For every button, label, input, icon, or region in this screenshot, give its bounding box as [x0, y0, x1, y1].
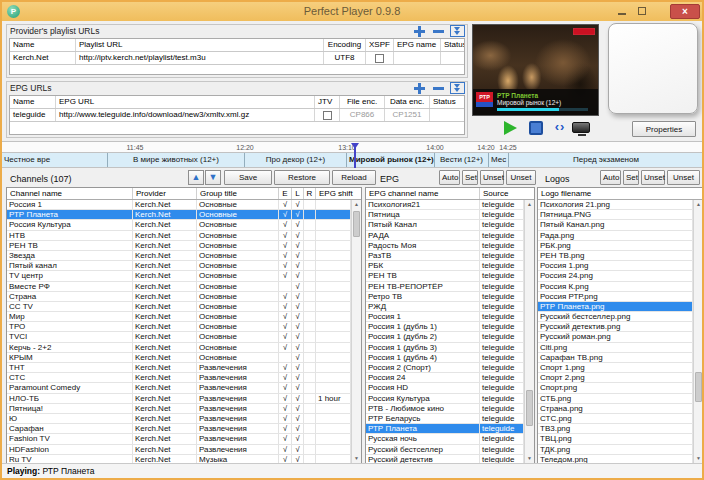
- properties-button[interactable]: Properties: [632, 121, 696, 137]
- channel-row[interactable]: TVCIKerch.NetОсновные√√: [7, 332, 351, 342]
- epg-auto-button[interactable]: Auto: [439, 170, 460, 185]
- logo-row[interactable]: Пятница.PNG: [538, 210, 693, 220]
- save-settings-button[interactable]: Save settings: [224, 170, 272, 185]
- channel-row[interactable]: СарафанKerch.NetРазвлечения√√: [7, 424, 351, 434]
- logo-row[interactable]: Русский детектив.png: [538, 322, 693, 332]
- scroll-up-icon[interactable]: ▲: [352, 200, 361, 209]
- channel-row[interactable]: Fashion TVKerch.NetРазвлечения√√: [7, 434, 351, 444]
- logos-set-button[interactable]: Set: [623, 170, 639, 185]
- remove-epg-url-icon[interactable]: [431, 82, 446, 94]
- move-channel-up-button[interactable]: ▲: [188, 170, 204, 185]
- channel-row[interactable]: TV центрKerch.NetОсновные√√: [7, 271, 351, 281]
- logo-row[interactable]: РБК.png: [538, 241, 693, 251]
- epg-channel-row[interactable]: Россия Культураteleguide: [366, 394, 524, 404]
- maximize-button[interactable]: [633, 5, 650, 18]
- epg-unset-button[interactable]: Unset: [480, 170, 504, 185]
- channel-row[interactable]: Пятница!Kerch.NetРазвлечения√√: [7, 404, 351, 414]
- remove-playlist-icon[interactable]: [431, 25, 446, 37]
- logo-row[interactable]: ТДК.png: [538, 445, 693, 455]
- logo-row[interactable]: Рада.png: [538, 231, 693, 241]
- epg-channel-row[interactable]: Психология21teleguide: [366, 200, 524, 210]
- epg-channel-row[interactable]: РТР Беларусьteleguide: [366, 414, 524, 424]
- timeline-marker[interactable]: [354, 144, 356, 168]
- channel-row[interactable]: Россия 1Kerch.NetОсновные√√: [7, 200, 351, 210]
- scroll-up-icon[interactable]: ▲: [694, 200, 703, 209]
- fullscreen-button[interactable]: [572, 122, 590, 133]
- channel-row[interactable]: СТСKerch.NetРазвлечения√√: [7, 373, 351, 383]
- scroll-down-icon[interactable]: ▼: [694, 454, 703, 463]
- logo-row[interactable]: РТР Планета.png: [538, 302, 693, 312]
- channel-row[interactable]: ЗвездаKerch.NetОсновные√√: [7, 251, 351, 261]
- logo-row[interactable]: Русский роман.png: [538, 332, 693, 342]
- epg-channel-row[interactable]: Ретро ТВteleguide: [366, 292, 524, 302]
- epg-channel-row[interactable]: РАДАteleguide: [366, 231, 524, 241]
- scrollbar-thumb[interactable]: [353, 211, 360, 237]
- epg-channel-row[interactable]: РТР Планетаteleguide: [366, 424, 524, 434]
- epg-channel-row[interactable]: РТВ - Любимое киноteleguide: [366, 404, 524, 414]
- logo-row[interactable]: Пятый Канал.png: [538, 220, 693, 230]
- logo-row[interactable]: Сарафан ТВ.png: [538, 353, 693, 363]
- logo-row[interactable]: Спорт.png: [538, 383, 693, 393]
- logos-scrollbar[interactable]: ▲ ▼: [693, 200, 703, 463]
- channel-row[interactable]: НТВKerch.NetОсновные√√: [7, 231, 351, 241]
- apply-epg-url-icon[interactable]: [450, 82, 465, 94]
- scrollbar-thumb[interactable]: [695, 372, 702, 402]
- xspf-checkbox[interactable]: [375, 54, 384, 63]
- logo-row[interactable]: Спорт 2.png: [538, 373, 693, 383]
- epg-channel-row[interactable]: Русский детективteleguide: [366, 455, 524, 463]
- scrollbar-thumb[interactable]: [526, 390, 533, 426]
- logo-row[interactable]: СТС.png: [538, 414, 693, 424]
- logo-row[interactable]: Русский бестселлер.png: [538, 312, 693, 322]
- epg-channel-row[interactable]: Радость Мояteleguide: [366, 241, 524, 251]
- epg-unset-all-button[interactable]: Unset all: [506, 170, 536, 185]
- logo-row[interactable]: СТБ.png: [538, 394, 693, 404]
- channels-scrollbar[interactable]: ▲ ▼: [351, 200, 361, 463]
- scroll-down-icon[interactable]: ▼: [525, 454, 534, 463]
- epg-channel-row[interactable]: Россия 1teleguide: [366, 312, 524, 322]
- channel-row[interactable]: РТР ПланетаKerch.NetОсновные√√: [7, 210, 351, 220]
- aspect-ratio-button[interactable]: ‹›: [551, 119, 569, 135]
- logo-row[interactable]: Спорт 1.png: [538, 363, 693, 373]
- epg-channel-row[interactable]: РЖДteleguide: [366, 302, 524, 312]
- epg-channel-row[interactable]: Россия 1 (дубль 4)teleguide: [366, 353, 524, 363]
- play-button[interactable]: [504, 121, 517, 135]
- epg-channel-row[interactable]: Россия HDteleguide: [366, 383, 524, 393]
- logo-row[interactable]: Россия 1.png: [538, 261, 693, 271]
- epg-channel-row[interactable]: Россия 1 (дубль 1)teleguide: [366, 322, 524, 332]
- channel-row[interactable]: Вместе РФKerch.NetОсновные√: [7, 282, 351, 292]
- channel-row[interactable]: ТНТKerch.NetРазвлечения√√: [7, 363, 351, 373]
- channel-row[interactable]: Пятый каналKerch.NetОсновные√√: [7, 261, 351, 271]
- move-channel-down-button[interactable]: ▼: [205, 170, 221, 185]
- logos-unset-button[interactable]: Unset: [641, 170, 665, 185]
- epg-url-row[interactable]: teleguidehttp://www.teleguide.info/downl…: [10, 109, 464, 122]
- channel-row[interactable]: КРЫМKerch.NetОсновные√: [7, 353, 351, 363]
- logo-row[interactable]: Теледом.png: [538, 455, 693, 463]
- scroll-down-icon[interactable]: ▼: [352, 454, 361, 463]
- epg-channel-row[interactable]: РЕН ТВteleguide: [366, 271, 524, 281]
- channel-row[interactable]: МирKerch.NetОсновные√√: [7, 312, 351, 322]
- logo-row[interactable]: Россия РТР.png: [538, 292, 693, 302]
- reload-files-button[interactable]: Reload files: [332, 170, 376, 185]
- stop-button[interactable]: [529, 121, 543, 135]
- add-playlist-icon[interactable]: [412, 25, 427, 37]
- channel-row[interactable]: HDFashionKerch.NetРазвлечения√√: [7, 445, 351, 455]
- channel-row[interactable]: Paramount ComedyKerch.NetРазвлечения√√: [7, 383, 351, 393]
- channel-row[interactable]: Ru TVKerch.NetМузыка√√: [7, 455, 351, 463]
- close-button[interactable]: ×: [670, 4, 700, 19]
- epg-set-button[interactable]: Set: [462, 170, 478, 185]
- logo-row[interactable]: ТВ3.png: [538, 424, 693, 434]
- channel-row[interactable]: ЮKerch.NetРазвлечения√√: [7, 414, 351, 424]
- apply-playlist-icon[interactable]: [450, 25, 465, 37]
- logo-row[interactable]: Психология 21.png: [538, 200, 693, 210]
- epg-channel-row[interactable]: РБКteleguide: [366, 261, 524, 271]
- playlist-row[interactable]: Kerch.Nethttp://iptv.kerch.net/playlist/…: [10, 52, 464, 65]
- jtv-checkbox[interactable]: [323, 111, 332, 120]
- logo-row[interactable]: Россия К.png: [538, 282, 693, 292]
- channel-row[interactable]: СтранаKerch.NetОсновные√√: [7, 292, 351, 302]
- logo-row[interactable]: РЕН ТВ.png: [538, 251, 693, 261]
- add-epg-url-icon[interactable]: [412, 82, 427, 94]
- logo-row[interactable]: ТВЦ.png: [538, 434, 693, 444]
- epg-channel-row[interactable]: РЕН ТВ-РЕПОРТЁРteleguide: [366, 282, 524, 292]
- channel-row[interactable]: ТРОKerch.NetОсновные√√: [7, 322, 351, 332]
- channel-row[interactable]: РЕН ТВKerch.NetОсновные√√: [7, 241, 351, 251]
